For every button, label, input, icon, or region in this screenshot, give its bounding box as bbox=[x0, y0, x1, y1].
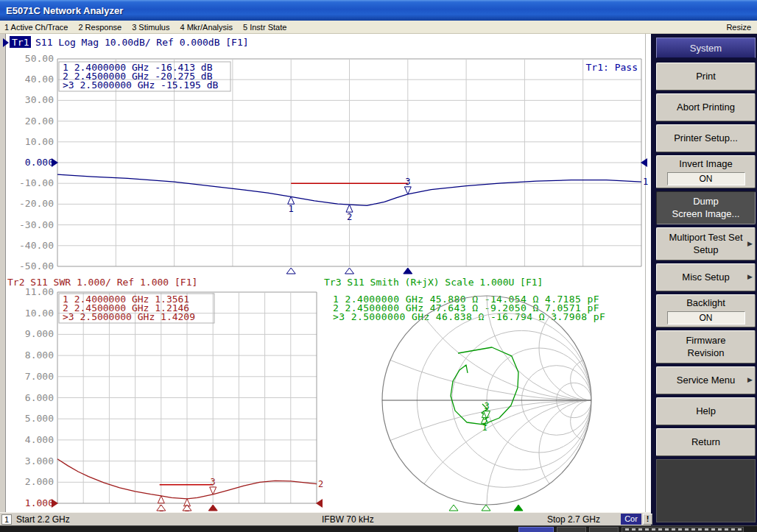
softkey-print[interactable]: Print bbox=[656, 63, 756, 91]
softkey-backlight-state: ON bbox=[667, 311, 745, 324]
stop-frequency-label: Stop 2.7 GHz bbox=[547, 514, 600, 525]
lcd-display: 50.0040.0030.0020.0010.000.000-10.00-20.… bbox=[0, 34, 651, 512]
menu-item-resize[interactable]: Resize bbox=[726, 23, 751, 32]
ifbw-label: IFBW 70 kHz bbox=[322, 514, 374, 525]
y-axis-tick-label: 8.000 bbox=[25, 350, 54, 361]
softkey-help[interactable]: Help bbox=[656, 397, 756, 425]
menu-bar: 1 Active Ch/Trace2 Response3 Stimulus4 M… bbox=[0, 21, 757, 34]
y-axis-tick-label: -20.00 bbox=[19, 198, 54, 209]
menu-item-1[interactable]: 1 Active Ch/Trace bbox=[4, 23, 68, 32]
y-axis-tick-label: 0.000 bbox=[25, 157, 54, 168]
left-frame-strip bbox=[0, 34, 5, 512]
taskbar-sliver bbox=[0, 525, 757, 532]
menu-item-5[interactable]: 5 Instr State bbox=[243, 23, 286, 32]
smith-reactance-arc bbox=[382, 34, 651, 400]
softkey-printer-setup[interactable]: Printer Setup... bbox=[656, 124, 756, 152]
softkey-abort-printing[interactable]: Abort Printing bbox=[656, 93, 756, 121]
taskbar-active-segment[interactable] bbox=[518, 527, 554, 532]
window-title: E5071C Network Analyzer bbox=[6, 5, 123, 16]
marker-1-icon bbox=[288, 196, 295, 204]
menu-item-2[interactable]: 2 Response bbox=[78, 23, 122, 32]
y-axis-tick-label: 7.000 bbox=[25, 371, 54, 382]
y-axis-tick-label: 30.00 bbox=[25, 94, 54, 105]
softkey-return[interactable]: Return bbox=[656, 428, 756, 456]
stimulus-marker-indicator bbox=[404, 268, 412, 274]
softkey-dump-screen-image[interactable]: DumpScreen Image... bbox=[656, 191, 756, 224]
start-frequency-label: Start 2.2 GHz bbox=[16, 514, 70, 525]
smith-reactance-arc bbox=[382, 400, 651, 512]
submenu-arrow-icon: ▶ bbox=[747, 376, 753, 384]
y-axis-tick-label: 9.000 bbox=[25, 328, 54, 339]
marker-3-icon bbox=[404, 187, 411, 194]
y-axis-tick-label: 5.000 bbox=[25, 413, 54, 424]
stimulus-marker-indicator bbox=[449, 505, 458, 511]
tr1-pane: 50.0040.0030.0020.0010.000.000-10.00-20.… bbox=[19, 53, 648, 274]
submenu-arrow-icon: ▶ bbox=[747, 240, 753, 248]
softkey-multiport-test-set-setup[interactable]: Multiport Test SetSetup▶ bbox=[656, 227, 756, 260]
marker-1-icon bbox=[158, 496, 164, 503]
tr1-tab-label: Tr1 bbox=[12, 37, 29, 48]
softkey-list: PrintAbort PrintingPrinter Setup...Inver… bbox=[656, 63, 756, 456]
softkey-misc-setup[interactable]: Misc Setup▶ bbox=[656, 263, 756, 291]
marker-readout-row: >3 2.5000000 GHz 1.4209 bbox=[63, 311, 195, 322]
tr2-header: Tr2 S11 SWR 1.000/ Ref 1.000 [F1] bbox=[7, 277, 197, 288]
menu-item-3[interactable]: 3 Stimulus bbox=[132, 23, 169, 32]
y-axis-tick-label: -40.00 bbox=[19, 240, 54, 251]
y-axis-tick-label: 1.000 bbox=[25, 497, 54, 508]
smith-reactance-arc bbox=[539, 400, 644, 505]
tr2-pane: 11.0010.009.0008.0007.0006.0005.0004.000… bbox=[25, 286, 323, 512]
taskbar-segment[interactable] bbox=[589, 527, 619, 532]
stimulus-marker-indicator bbox=[482, 505, 490, 511]
y-axis-tick-label: -30.00 bbox=[19, 219, 54, 230]
marker-number-label: 2 bbox=[347, 212, 352, 222]
trace-number-label: 1 bbox=[643, 177, 648, 187]
tr3-pane: 1 2.4000000 GHz 45.880 Ω -14.054 Ω 4.718… bbox=[68, 34, 651, 512]
softkey-invert-image[interactable]: Invert ImageON bbox=[656, 155, 756, 188]
marker-number-label: 3 bbox=[484, 401, 489, 411]
tr1-pass-status: Tr1: Pass bbox=[586, 62, 638, 73]
status-bar: 1 Start 2.2 GHz IFBW 70 kHz Stop 2.7 GHz… bbox=[0, 512, 651, 525]
warning-badge: ! bbox=[643, 514, 652, 525]
y-axis-tick-label: 3.000 bbox=[25, 455, 54, 467]
window-titlebar[interactable]: E5071C Network Analyzer bbox=[0, 0, 757, 21]
menu-item-4[interactable]: 4 Mkr/Analysis bbox=[180, 23, 233, 32]
y-axis-tick-label: 2.000 bbox=[25, 476, 54, 487]
y-axis-tick-label: 10.00 bbox=[25, 136, 54, 147]
stimulus-marker-indicator bbox=[345, 268, 354, 274]
y-axis-tick-label: 11.00 bbox=[25, 286, 54, 297]
taskbar-segment[interactable] bbox=[557, 527, 586, 532]
channel-number-badge: 1 bbox=[1, 514, 12, 525]
y-axis-tick-label: 20.00 bbox=[25, 116, 54, 127]
y-axis-tick-label: -10.00 bbox=[19, 177, 54, 188]
smith-grid bbox=[68, 34, 651, 512]
y-axis-tick-label: 6.000 bbox=[25, 392, 54, 403]
y-axis-tick-label: 50.00 bbox=[25, 53, 54, 64]
marker-readout-row: >3 2.5000000 GHz -15.195 dB bbox=[63, 79, 218, 91]
marker-number-label: 1 bbox=[289, 204, 294, 214]
softkey-sidebar: System PrintAbort PrintingPrinter Setup.… bbox=[651, 34, 757, 525]
softkey-backlight[interactable]: BacklightON bbox=[656, 294, 756, 327]
marker-number-label: 3 bbox=[405, 177, 410, 187]
marker-2-icon bbox=[346, 205, 353, 212]
softkey-service-menu[interactable]: Service Menu▶ bbox=[656, 366, 756, 394]
softkey-menu-title: System bbox=[656, 38, 756, 58]
y-axis-tick-label: 40.00 bbox=[25, 74, 54, 85]
marker-number-label: 3 bbox=[211, 477, 216, 487]
correction-badge: Cor bbox=[621, 514, 641, 525]
lcd-area: 50.0040.0030.0020.0010.000.000-10.00-20.… bbox=[0, 34, 651, 512]
tr1-header: S11 Log Mag 10.00dB/ Ref 0.000dB [F1] bbox=[35, 37, 249, 48]
taskbar-clock-segment bbox=[622, 527, 744, 532]
tr3-header: Tr3 S11 Smith (R+jX) Scale 1.000U [F1] bbox=[324, 277, 543, 288]
y-axis-tick-label: 4.000 bbox=[25, 434, 54, 445]
trace-number-label: 2 bbox=[318, 479, 323, 489]
submenu-arrow-icon: ▶ bbox=[747, 273, 753, 281]
softkey-firmware-revision[interactable]: FirmwareRevision bbox=[656, 330, 756, 363]
y-axis-tick-label: 10.00 bbox=[25, 308, 54, 319]
stimulus-marker-indicator bbox=[286, 268, 295, 274]
stimulus-marker-indicator bbox=[514, 505, 523, 511]
y-axis-tick-label: -50.00 bbox=[19, 260, 54, 272]
softkey-blank-panel bbox=[656, 459, 756, 522]
softkey-invert-image-state: ON bbox=[667, 172, 745, 185]
stimulus-marker-indicator bbox=[208, 505, 217, 511]
instrument-screen: E5071C Network Analyzer 1 Active Ch/Trac… bbox=[0, 0, 757, 532]
